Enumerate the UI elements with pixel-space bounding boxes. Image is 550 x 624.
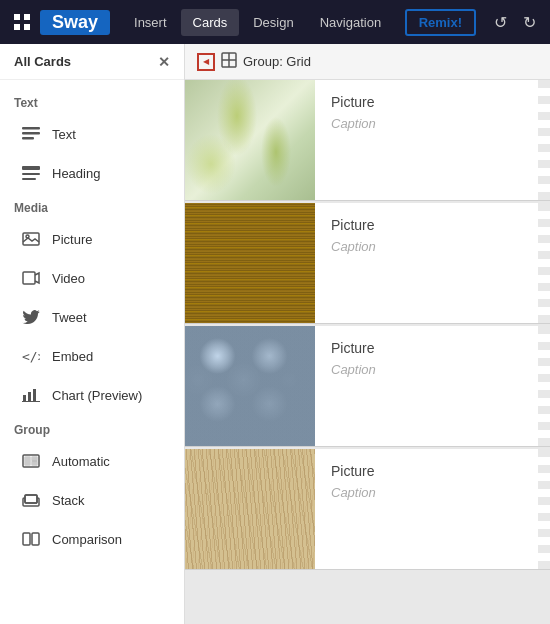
card-info-2: Picture Caption bbox=[315, 203, 550, 323]
svg-rect-23 bbox=[25, 495, 37, 503]
automatic-icon bbox=[20, 450, 42, 472]
svg-rect-25 bbox=[23, 533, 30, 545]
svg-rect-19 bbox=[25, 457, 30, 465]
svg-rect-26 bbox=[32, 533, 39, 545]
text-item-label: Text bbox=[52, 127, 76, 142]
section-text-label: Text bbox=[0, 88, 184, 114]
card-item-picture[interactable]: Picture bbox=[6, 220, 178, 258]
app-grid-icon[interactable] bbox=[8, 8, 36, 36]
sidebar-header: All Cards ✕ bbox=[0, 44, 184, 80]
card-item-text[interactable]: Text bbox=[6, 115, 178, 153]
tweet-item-label: Tweet bbox=[52, 310, 87, 325]
app-logo[interactable]: Sway bbox=[40, 10, 110, 35]
svg-rect-9 bbox=[22, 178, 36, 180]
caption-label-4: Caption bbox=[331, 485, 534, 500]
picture-label-4: Picture bbox=[331, 463, 534, 479]
picture-item-label: Picture bbox=[52, 232, 92, 247]
redo-button[interactable]: ↻ bbox=[517, 9, 542, 36]
sidebar-content: Text Text bbox=[0, 80, 184, 624]
svg-rect-10 bbox=[23, 233, 39, 245]
topbar: Sway Insert Cards Design Navigation Remi… bbox=[0, 0, 550, 44]
picture-icon bbox=[20, 228, 42, 250]
picture-image-2[interactable] bbox=[185, 203, 315, 323]
picture-label-3: Picture bbox=[331, 340, 534, 356]
section-media-label: Media bbox=[0, 193, 184, 219]
comparison-item-label: Comparison bbox=[52, 532, 122, 547]
sidebar-title: All Cards bbox=[14, 54, 71, 69]
automatic-item-label: Automatic bbox=[52, 454, 110, 469]
content-area: Group: Grid Picture Caption Picture Capt… bbox=[185, 44, 550, 624]
nav-design[interactable]: Design bbox=[241, 9, 305, 36]
svg-rect-4 bbox=[22, 127, 40, 130]
card-item-video[interactable]: Video bbox=[6, 259, 178, 297]
card-info-1: Picture Caption bbox=[315, 80, 550, 200]
jagged-edge-1 bbox=[538, 80, 550, 200]
caption-label-2: Caption bbox=[331, 239, 534, 254]
table-row: Picture Caption bbox=[185, 203, 550, 324]
picture-image-4[interactable] bbox=[185, 449, 315, 569]
card-item-stack[interactable]: Stack bbox=[6, 481, 178, 519]
video-item-label: Video bbox=[52, 271, 85, 286]
embed-item-label: Embed bbox=[52, 349, 93, 364]
jagged-edge-2 bbox=[538, 203, 550, 323]
group-collapse-button[interactable] bbox=[197, 53, 215, 71]
grid-table-icon bbox=[221, 52, 237, 71]
svg-rect-17 bbox=[22, 401, 40, 402]
table-row: Picture Caption bbox=[185, 326, 550, 447]
stack-item-label: Stack bbox=[52, 493, 85, 508]
caption-label-3: Caption bbox=[331, 362, 534, 377]
nav-insert[interactable]: Insert bbox=[122, 9, 179, 36]
remix-button[interactable]: Remix! bbox=[405, 9, 476, 36]
svg-rect-16 bbox=[33, 389, 36, 402]
svg-rect-3 bbox=[24, 24, 30, 30]
table-row: Picture Caption bbox=[185, 80, 550, 201]
card-item-comparison[interactable]: Comparison bbox=[6, 520, 178, 558]
text-icon bbox=[20, 123, 42, 145]
svg-rect-2 bbox=[14, 24, 20, 30]
svg-rect-14 bbox=[23, 395, 26, 402]
svg-rect-15 bbox=[28, 392, 31, 402]
jagged-edge-3 bbox=[538, 326, 550, 446]
undo-button[interactable]: ↺ bbox=[488, 9, 513, 36]
svg-rect-21 bbox=[32, 462, 37, 466]
group-title-label: Group: Grid bbox=[243, 54, 311, 69]
heading-icon bbox=[20, 162, 42, 184]
grid-container: Picture Caption Picture Caption Picture bbox=[185, 80, 550, 570]
card-item-embed[interactable]: </> Embed bbox=[6, 337, 178, 375]
chart-item-label: Chart (Preview) bbox=[52, 388, 142, 403]
svg-rect-12 bbox=[23, 272, 35, 284]
card-item-tweet[interactable]: Tweet bbox=[6, 298, 178, 336]
section-group-label: Group bbox=[0, 415, 184, 441]
main-layout: All Cards ✕ Text Text bbox=[0, 44, 550, 624]
svg-rect-7 bbox=[22, 166, 40, 170]
picture-label-1: Picture bbox=[331, 94, 534, 110]
card-item-heading[interactable]: Heading bbox=[6, 154, 178, 192]
svg-text:</>: </> bbox=[22, 349, 40, 363]
svg-rect-5 bbox=[22, 132, 40, 135]
svg-rect-1 bbox=[24, 14, 30, 20]
card-item-chart[interactable]: Chart (Preview) bbox=[6, 376, 178, 414]
picture-label-2: Picture bbox=[331, 217, 534, 233]
caption-label-1: Caption bbox=[331, 116, 534, 131]
chart-icon bbox=[20, 384, 42, 406]
nav-navigation[interactable]: Navigation bbox=[308, 9, 393, 36]
picture-image-3[interactable] bbox=[185, 326, 315, 446]
picture-image-1[interactable] bbox=[185, 80, 315, 200]
sidebar-close-button[interactable]: ✕ bbox=[158, 55, 170, 69]
tweet-icon bbox=[20, 306, 42, 328]
video-icon bbox=[20, 267, 42, 289]
svg-rect-20 bbox=[32, 457, 37, 461]
top-nav: Insert Cards Design Navigation bbox=[122, 9, 401, 36]
sidebar: All Cards ✕ Text Text bbox=[0, 44, 185, 624]
jagged-edge-4 bbox=[538, 449, 550, 569]
embed-icon: </> bbox=[20, 345, 42, 367]
card-item-automatic[interactable]: Automatic bbox=[6, 442, 178, 480]
svg-rect-8 bbox=[22, 173, 40, 175]
heading-item-label: Heading bbox=[52, 166, 100, 181]
stack-icon bbox=[20, 489, 42, 511]
undo-redo-group: ↺ ↻ bbox=[488, 9, 542, 36]
card-info-3: Picture Caption bbox=[315, 326, 550, 446]
card-info-4: Picture Caption bbox=[315, 449, 550, 569]
nav-cards[interactable]: Cards bbox=[181, 9, 240, 36]
svg-rect-0 bbox=[14, 14, 20, 20]
